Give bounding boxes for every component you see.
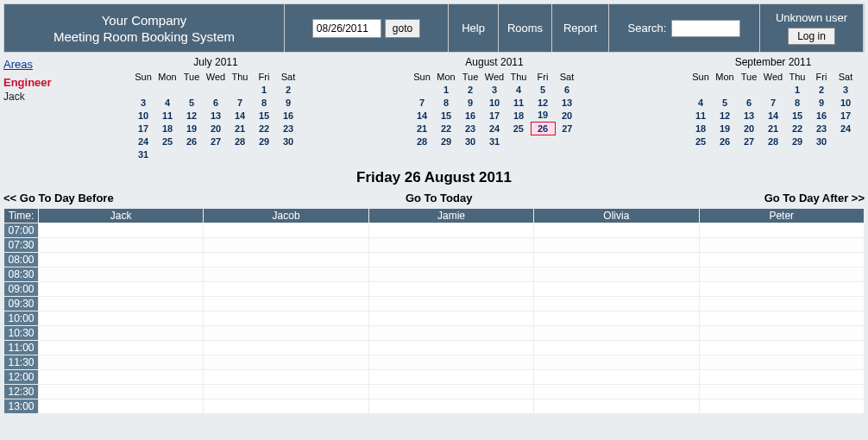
calendar-day[interactable]: 1 [443, 85, 449, 95]
calendar-cell[interactable]: 7 [761, 96, 785, 109]
help-link[interactable]: Help [462, 22, 485, 35]
booking-slot[interactable] [368, 385, 533, 399]
calendar-cell[interactable]: 2 [809, 83, 833, 96]
calendar-day[interactable]: 27 [211, 136, 221, 147]
calendar-day[interactable]: 8 [795, 97, 800, 108]
calendar-cell[interactable]: 31 [482, 135, 506, 148]
calendar-cell[interactable]: 28 [761, 135, 785, 148]
booking-slot[interactable] [368, 238, 533, 253]
calendar-cell[interactable]: 11 [506, 96, 531, 109]
booking-slot[interactable] [699, 297, 864, 311]
calendar-cell[interactable]: 9 [809, 96, 833, 109]
calendar-day[interactable]: 28 [417, 136, 427, 147]
calendar-day[interactable]: 17 [138, 123, 148, 134]
booking-slot[interactable] [699, 311, 864, 326]
booking-slot[interactable] [368, 267, 533, 282]
areas-header[interactable]: Areas [3, 58, 124, 71]
nav-report[interactable]: Report [552, 4, 609, 52]
calendar-day[interactable]: 23 [283, 123, 293, 134]
calendar-day[interactable]: 12 [720, 110, 730, 121]
time-row-header[interactable]: 09:00 [4, 282, 39, 297]
booking-slot[interactable] [39, 341, 204, 355]
booking-slot[interactable] [699, 282, 864, 297]
calendar-cell[interactable]: 30 [809, 135, 833, 148]
calendar-cell[interactable]: 1 [434, 83, 458, 96]
time-row-header[interactable]: 07:00 [4, 223, 39, 238]
go-today[interactable]: Go To Today [406, 192, 473, 204]
booking-slot[interactable] [39, 282, 204, 297]
room-column-header[interactable]: Olivia [534, 209, 699, 223]
booking-slot[interactable] [368, 253, 533, 267]
calendar-day[interactable]: 15 [441, 110, 451, 121]
calendar-cell[interactable]: 2 [458, 83, 482, 96]
booking-slot[interactable] [534, 267, 699, 282]
calendar-cell[interactable]: 31 [131, 148, 155, 160]
calendar-cell[interactable]: 20 [204, 122, 228, 135]
calendar-cell[interactable]: 1 [785, 83, 809, 96]
calendar-day[interactable]: 22 [792, 123, 802, 134]
calendar-day[interactable]: 25 [513, 123, 524, 134]
calendar-day[interactable]: 11 [162, 110, 173, 121]
booking-slot[interactable] [39, 399, 204, 414]
calendar-cell[interactable]: 3 [131, 96, 155, 109]
booking-slot[interactable] [368, 370, 533, 385]
calendar-cell[interactable]: 11 [155, 109, 179, 122]
booking-slot[interactable] [699, 238, 864, 253]
time-row-header[interactable]: 11:00 [4, 341, 39, 355]
calendar-day[interactable]: 10 [489, 97, 500, 108]
calendar-cell[interactable]: 21 [761, 122, 785, 135]
calendar-day[interactable]: 7 [419, 97, 425, 108]
calendar-day[interactable]: 19 [720, 123, 730, 134]
booking-slot[interactable] [204, 370, 368, 385]
time-row-header[interactable]: 08:30 [4, 267, 39, 282]
calendar-cell[interactable]: 28 [410, 135, 434, 148]
calendar-day[interactable]: 5 [189, 97, 194, 108]
booking-slot[interactable] [699, 267, 864, 282]
calendar-cell[interactable]: 16 [458, 109, 482, 122]
calendar-cell[interactable]: 10 [131, 109, 155, 122]
booking-slot[interactable] [204, 238, 368, 253]
calendar-day[interactable]: 6 [213, 97, 218, 108]
calendar-cell[interactable]: 22 [434, 122, 458, 135]
booking-slot[interactable] [534, 385, 699, 399]
search-input[interactable] [671, 20, 740, 37]
booking-slot[interactable] [39, 326, 204, 341]
calendar-cell[interactable]: 19 [531, 109, 555, 122]
calendar-day[interactable]: 13 [562, 97, 572, 108]
calendar-day[interactable]: 19 [538, 110, 548, 120]
calendar-cell[interactable]: 14 [228, 109, 252, 122]
booking-slot[interactable] [39, 267, 204, 282]
calendar-day[interactable]: 24 [138, 136, 148, 147]
calendar-day[interactable]: 13 [744, 110, 754, 121]
calendar-cell[interactable]: 8 [434, 96, 458, 109]
calendar-day[interactable]: 11 [695, 110, 706, 121]
calendar-day[interactable]: 15 [259, 110, 269, 121]
calendar-day[interactable]: 15 [792, 110, 802, 121]
booking-slot[interactable] [39, 370, 204, 385]
calendar-day[interactable]: 23 [465, 123, 475, 134]
calendar-cell[interactable]: 18 [155, 122, 179, 135]
calendar-cell[interactable]: 19 [713, 122, 737, 135]
booking-slot[interactable] [699, 370, 864, 385]
booking-slot[interactable] [699, 355, 864, 370]
room-item[interactable]: Jack [3, 91, 124, 103]
calendar-cell[interactable]: 23 [276, 122, 300, 135]
calendar-day[interactable]: 18 [513, 110, 524, 121]
calendar-cell[interactable]: 16 [809, 109, 833, 122]
booking-slot[interactable] [534, 370, 699, 385]
calendar-day[interactable]: 23 [816, 123, 827, 134]
calendar-cell[interactable]: 8 [252, 96, 276, 109]
calendar-cell[interactable]: 22 [252, 122, 276, 135]
calendar-cell[interactable]: 13 [555, 96, 579, 109]
booking-slot[interactable] [368, 341, 533, 355]
calendar-day[interactable]: 28 [235, 136, 245, 147]
calendar-cell[interactable]: 21 [228, 122, 252, 135]
calendar-cell[interactable]: 12 [531, 96, 555, 109]
booking-slot[interactable] [39, 253, 204, 267]
booking-slot[interactable] [699, 253, 864, 267]
calendar-cell[interactable]: 10 [833, 96, 858, 109]
calendar-cell[interactable]: 13 [737, 109, 761, 122]
calendar-day[interactable]: 21 [768, 123, 778, 134]
booking-slot[interactable] [699, 385, 864, 399]
calendar-cell[interactable]: 4 [506, 83, 531, 96]
